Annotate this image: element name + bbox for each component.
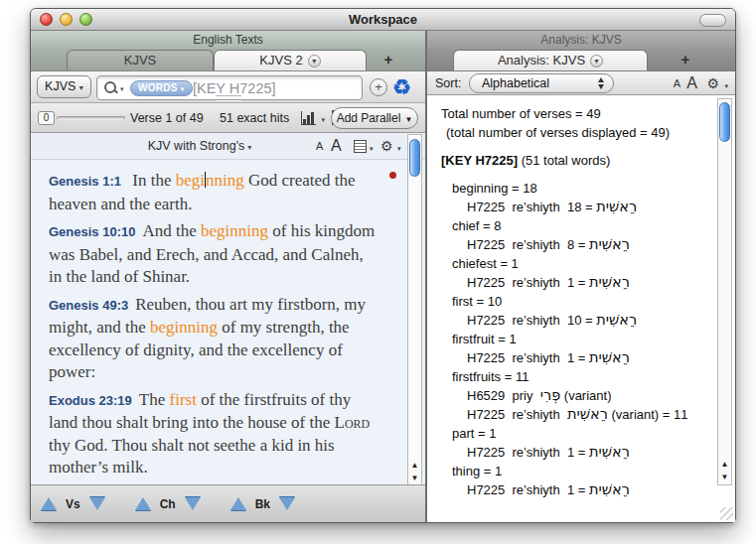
- analysis-list: Total number of verses = 49(total number…: [441, 104, 711, 499]
- scroll-down-arrow[interactable]: ▼: [718, 471, 731, 483]
- gear-icon[interactable]: ⚙: [706, 71, 719, 96]
- title-bar[interactable]: Workspace: [31, 9, 735, 31]
- words-scope-token[interactable]: WORDS▾: [130, 80, 193, 96]
- analysis-text: = 18: [567, 200, 596, 214]
- analysis-line: H7225 re’shiyth רֵאשִׁית (variant) = 11: [441, 405, 711, 424]
- verse-reference[interactable]: Exodus 23:19: [49, 393, 132, 408]
- research-sync-icon[interactable]: ♻: [392, 73, 411, 101]
- tab-label: KJVS: [124, 53, 157, 68]
- right-scrollbar[interactable]: ▲ ▼: [717, 98, 732, 485]
- analysis-text: firstfruit = 1: [452, 332, 517, 346]
- nav-groups: VsChBk: [41, 497, 325, 511]
- verse-reference[interactable]: Genesis 10:10: [49, 224, 135, 239]
- verse-reference[interactable]: Genesis 49:3: [49, 298, 128, 313]
- verse-text: In the: [128, 171, 176, 190]
- analysis-line: H7225 re’shiyth רֵאשִׁית = 1: [441, 480, 711, 499]
- scroll-up-arrow[interactable]: ▲: [408, 459, 421, 472]
- analysis-line: [KEY H7225] (51 total words): [441, 151, 711, 170]
- analysis-line: H7225 re’shiyth רֵאשִׁית = 18: [441, 198, 711, 216]
- verse-text: The: [139, 390, 170, 409]
- add-search-button[interactable]: +: [370, 78, 387, 96]
- hits-count-label: 51 exact hits: [220, 103, 289, 133]
- new-tab-button[interactable]: +: [664, 50, 707, 70]
- previous-vs-button[interactable]: [41, 497, 57, 510]
- verse: Genesis 49:3Reuben, thou art my firstbor…: [49, 294, 379, 384]
- blank-line: [441, 170, 711, 179]
- next-ch-button[interactable]: [185, 497, 201, 510]
- analysis-graph-button[interactable]: ▾: [301, 110, 325, 126]
- minimize-button[interactable]: [60, 13, 73, 26]
- tab-kjvs-2[interactable]: KJVS 2▾: [214, 50, 367, 70]
- verse-list: Genesis 1:1 In the beginning God created…: [49, 170, 379, 484]
- tab-kjvs[interactable]: KJVS: [67, 50, 214, 70]
- analysis-content[interactable]: Total number of verses = 49(total number…: [427, 95, 735, 522]
- bar-chart-icon: [301, 111, 316, 125]
- tab-analysis-kjvs[interactable]: Analysis: KJVS▾: [453, 50, 648, 70]
- next-vs-button[interactable]: [89, 497, 105, 510]
- verse-text-area[interactable]: Genesis 1:1 In the beginning God created…: [31, 160, 425, 484]
- verse-reference[interactable]: Genesis 1:1: [49, 174, 121, 189]
- text-module-button[interactable]: KJVS ▾: [37, 75, 91, 98]
- context-slider[interactable]: 0: [38, 111, 125, 125]
- highlighted-word: nning: [206, 171, 244, 190]
- verse-text: Lord: [335, 413, 371, 432]
- navigation-bar: VsChBk: [31, 484, 425, 522]
- next-bk-button[interactable]: [279, 497, 295, 510]
- analysis-text: = 1: [567, 275, 589, 290]
- gear-icon[interactable]: ⚙: [380, 133, 393, 160]
- search-icon[interactable]: [104, 81, 118, 95]
- toolbar-toggle-button[interactable]: [699, 14, 726, 27]
- chevron-down-icon: ▾: [724, 82, 728, 90]
- highlighted-word: beginning: [201, 221, 268, 240]
- left-scrollbar[interactable]: ▲ ▼: [407, 134, 422, 486]
- chevron-down-icon: ▾: [397, 145, 401, 153]
- analysis-text: = 1: [567, 482, 589, 497]
- decrease-font-button[interactable]: A: [316, 133, 323, 160]
- new-tab-button[interactable]: +: [367, 50, 410, 70]
- resize-grip[interactable]: [720, 507, 733, 520]
- display-settings-icon[interactable]: [354, 140, 367, 153]
- highlighted-word: first: [170, 390, 197, 409]
- analysis-text: H7225 re’shiyth: [467, 350, 567, 365]
- decrease-font-button[interactable]: A: [674, 71, 680, 96]
- analysis-line: beginning = 18: [441, 179, 711, 198]
- analysis-text: first = 10: [452, 294, 502, 309]
- tab-menu-icon[interactable]: ▾: [308, 55, 321, 68]
- previous-bk-button[interactable]: [230, 497, 246, 510]
- search-input[interactable]: ▾ WORDS▾ [KEY H7225]: [96, 75, 363, 100]
- analysis-text: H7225 re’shiyth: [467, 313, 567, 328]
- chevron-down-icon: ▾: [181, 85, 185, 92]
- analysis-line: firstfruit = 1: [441, 330, 711, 348]
- verse: Genesis 1:1 In the beginning God created…: [49, 170, 379, 215]
- analysis-line: H7225 re’shiyth רֵאשִׁית = 10: [441, 311, 711, 330]
- increase-font-button[interactable]: A: [331, 133, 342, 159]
- analysis-text: (51 total words): [518, 153, 610, 168]
- search-query-text: [KEY H7225]: [193, 76, 276, 100]
- slider-track[interactable]: [57, 116, 125, 120]
- analysis-text: Total number of verses = 49: [441, 106, 601, 121]
- scroll-up-arrow[interactable]: ▲: [718, 458, 731, 471]
- analysis-text: H7225 re’shiyth: [467, 200, 567, 214]
- key-label: [KEY H7225]: [441, 153, 518, 168]
- analysis-text: beginning = 18: [452, 181, 537, 196]
- left-pane-title: English Texts: [31, 31, 425, 49]
- previous-ch-button[interactable]: [135, 497, 151, 510]
- english-texts-pane: English Texts KJVS KJVS 2▾ + KJVS ▾ ▾ WO…: [31, 31, 425, 522]
- close-button[interactable]: [40, 13, 53, 26]
- sort-select[interactable]: Alphabetical: [469, 73, 614, 93]
- tab-menu-icon[interactable]: ▾: [590, 55, 603, 68]
- add-parallel-label: Add Parallel: [337, 111, 401, 125]
- annotation-marker-dot[interactable]: [389, 172, 396, 179]
- zoom-button[interactable]: [79, 13, 92, 26]
- scroll-down-arrow[interactable]: ▼: [408, 472, 421, 484]
- verse-position-label: Verse 1 of 49: [130, 103, 204, 133]
- analysis-line: chiefest = 1: [441, 254, 711, 273]
- text-title-menu[interactable]: KJV with Strong's▾: [90, 133, 309, 161]
- add-parallel-button[interactable]: Add Parallel▼: [331, 107, 418, 129]
- analysis-text: (variant): [560, 388, 611, 403]
- increase-font-button[interactable]: A: [686, 71, 697, 95]
- scrollbar-thumb[interactable]: [719, 102, 730, 142]
- hits-toolbar: 0 Verse 1 of 49 51 exact hits ▾ Add Para…: [31, 103, 425, 133]
- analysis-line: thing = 1: [441, 462, 711, 480]
- scrollbar-thumb[interactable]: [409, 139, 420, 177]
